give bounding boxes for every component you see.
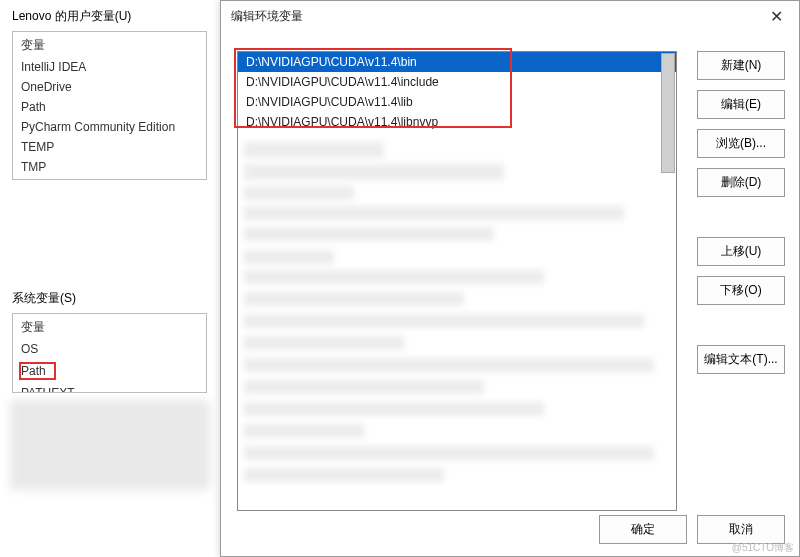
list-item[interactable]: PyCharm Community Edition xyxy=(13,117,206,137)
sys-var-path-highlight: Path xyxy=(19,362,56,380)
blurred-region xyxy=(10,400,210,490)
delete-button[interactable]: 删除(D) xyxy=(697,168,785,197)
blurred-region xyxy=(244,206,624,220)
blurred-region xyxy=(244,164,504,180)
dialog-body: D:\NVIDIAGPU\CUDA\v11.4\bin D:\NVIDIAGPU… xyxy=(221,31,799,556)
list-item[interactable]: IntelliJ IDEA xyxy=(13,57,206,77)
blurred-region xyxy=(244,270,544,284)
path-row[interactable]: D:\NVIDIAGPU\CUDA\v11.4\include xyxy=(238,72,676,92)
list-item[interactable]: OneDrive xyxy=(13,77,206,97)
list-item[interactable]: TEMP xyxy=(13,137,206,157)
blurred-region xyxy=(244,292,464,306)
button-column: 新建(N) 编辑(E) 浏览(B)... 删除(D) 上移(U) 下移(O) 编… xyxy=(697,51,785,384)
move-down-button[interactable]: 下移(O) xyxy=(697,276,785,305)
close-icon[interactable]: ✕ xyxy=(764,5,789,28)
blurred-region xyxy=(244,446,654,460)
ok-button[interactable]: 确定 xyxy=(599,515,687,544)
blurred-region xyxy=(244,250,334,264)
user-vars-header: 变量 xyxy=(13,34,206,57)
blurred-region xyxy=(244,424,364,438)
path-row[interactable]: D:\NVIDIAGPU\CUDA\v11.4\libnvvp xyxy=(238,112,676,132)
dialog-titlebar: 编辑环境变量 ✕ xyxy=(221,1,799,31)
blurred-region xyxy=(244,227,494,241)
edit-env-var-dialog: 编辑环境变量 ✕ D:\NVIDIAGPU\CUDA\v11.4\bin D:\… xyxy=(220,0,800,557)
path-row[interactable]: D:\NVIDIAGPU\CUDA\v11.4\lib xyxy=(238,92,676,112)
blurred-region xyxy=(244,402,544,416)
path-listbox[interactable]: D:\NVIDIAGPU\CUDA\v11.4\bin D:\NVIDIAGPU… xyxy=(237,51,677,511)
blurred-region xyxy=(244,358,654,372)
browse-button[interactable]: 浏览(B)... xyxy=(697,129,785,158)
edit-button[interactable]: 编辑(E) xyxy=(697,90,785,119)
watermark: @51CTO博客 xyxy=(732,541,794,555)
edit-text-button[interactable]: 编辑文本(T)... xyxy=(697,345,785,374)
blurred-region xyxy=(244,186,354,200)
move-up-button[interactable]: 上移(U) xyxy=(697,237,785,266)
list-item[interactable]: OS xyxy=(13,339,206,359)
cancel-button[interactable]: 取消 xyxy=(697,515,785,544)
blurred-region xyxy=(244,314,644,328)
blurred-region xyxy=(244,142,384,158)
list-item[interactable]: Path xyxy=(13,359,206,383)
path-row[interactable]: D:\NVIDIAGPU\CUDA\v11.4\bin xyxy=(238,52,676,72)
blurred-region xyxy=(244,380,484,394)
list-item[interactable]: PATHEXT xyxy=(13,383,206,393)
list-item[interactable]: TMP xyxy=(13,157,206,177)
scrollbar[interactable] xyxy=(661,53,675,173)
dialog-title: 编辑环境变量 xyxy=(231,8,303,25)
user-vars-listbox[interactable]: 变量 IntelliJ IDEA OneDrive Path PyCharm C… xyxy=(12,31,207,180)
blurred-region xyxy=(244,336,404,350)
sys-vars-header: 变量 xyxy=(13,316,206,339)
sys-vars-listbox[interactable]: 变量 OS Path PATHEXT xyxy=(12,313,207,393)
list-item[interactable]: Path xyxy=(13,97,206,117)
blurred-region xyxy=(244,468,444,482)
dialog-bottom-buttons: 确定 取消 xyxy=(599,515,785,544)
new-button[interactable]: 新建(N) xyxy=(697,51,785,80)
